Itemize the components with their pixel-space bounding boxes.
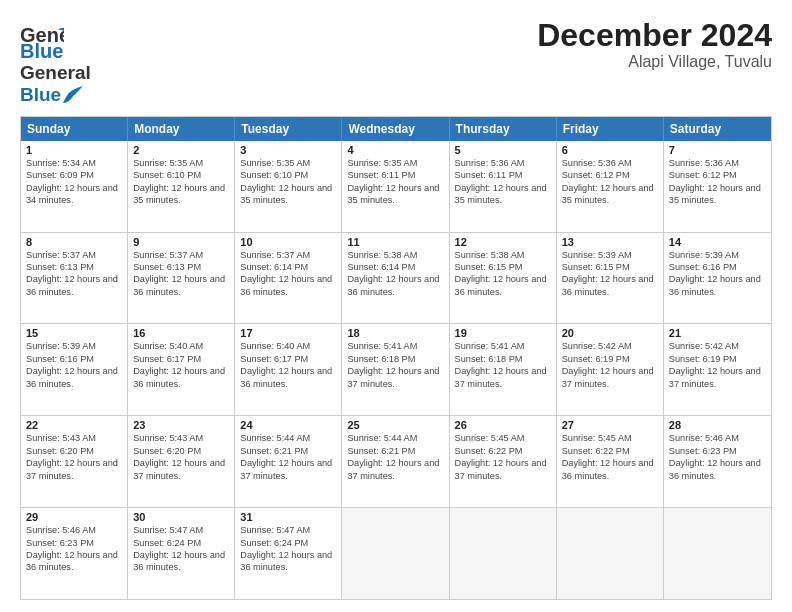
sun-info: Sunrise: 5:44 AM Sunset: 6:21 PM Dayligh… — [240, 432, 336, 482]
cal-cell: 10 Sunrise: 5:37 AM Sunset: 6:14 PM Dayl… — [235, 233, 342, 324]
cal-cell: 13 Sunrise: 5:39 AM Sunset: 6:15 PM Dayl… — [557, 233, 664, 324]
sun-info: Sunrise: 5:46 AM Sunset: 6:23 PM Dayligh… — [669, 432, 766, 482]
cal-cell: 8 Sunrise: 5:37 AM Sunset: 6:13 PM Dayli… — [21, 233, 128, 324]
day-number: 8 — [26, 236, 122, 248]
day-number: 25 — [347, 419, 443, 431]
day-number: 6 — [562, 144, 658, 156]
cal-cell: 6 Sunrise: 5:36 AM Sunset: 6:12 PM Dayli… — [557, 141, 664, 232]
cal-cell: 11 Sunrise: 5:38 AM Sunset: 6:14 PM Dayl… — [342, 233, 449, 324]
week-5: 29 Sunrise: 5:46 AM Sunset: 6:23 PM Dayl… — [21, 508, 771, 599]
cal-cell: 17 Sunrise: 5:40 AM Sunset: 6:17 PM Dayl… — [235, 324, 342, 415]
col-wednesday: Wednesday — [342, 117, 449, 141]
svg-text:Blue: Blue — [20, 40, 63, 62]
day-number: 16 — [133, 327, 229, 339]
page-subtitle: Alapi Village, Tuvalu — [537, 53, 772, 71]
day-number: 24 — [240, 419, 336, 431]
cal-cell — [342, 508, 449, 599]
cal-cell: 28 Sunrise: 5:46 AM Sunset: 6:23 PM Dayl… — [664, 416, 771, 507]
cal-cell: 14 Sunrise: 5:39 AM Sunset: 6:16 PM Dayl… — [664, 233, 771, 324]
day-number: 19 — [455, 327, 551, 339]
cal-cell: 12 Sunrise: 5:38 AM Sunset: 6:15 PM Dayl… — [450, 233, 557, 324]
sun-info: Sunrise: 5:37 AM Sunset: 6:13 PM Dayligh… — [133, 249, 229, 299]
col-sunday: Sunday — [21, 117, 128, 141]
page: General Blue General Blue December 202 — [0, 0, 792, 612]
logo-icon: General Blue — [20, 18, 64, 62]
day-number: 22 — [26, 419, 122, 431]
week-3: 15 Sunrise: 5:39 AM Sunset: 6:16 PM Dayl… — [21, 324, 771, 416]
day-number: 1 — [26, 144, 122, 156]
day-number: 4 — [347, 144, 443, 156]
col-tuesday: Tuesday — [235, 117, 342, 141]
cal-cell — [557, 508, 664, 599]
cal-cell: 3 Sunrise: 5:35 AM Sunset: 6:10 PM Dayli… — [235, 141, 342, 232]
day-number: 7 — [669, 144, 766, 156]
cal-cell: 5 Sunrise: 5:36 AM Sunset: 6:11 PM Dayli… — [450, 141, 557, 232]
sun-info: Sunrise: 5:34 AM Sunset: 6:09 PM Dayligh… — [26, 157, 122, 207]
sun-info: Sunrise: 5:38 AM Sunset: 6:15 PM Dayligh… — [455, 249, 551, 299]
sun-info: Sunrise: 5:35 AM Sunset: 6:10 PM Dayligh… — [240, 157, 336, 207]
sun-info: Sunrise: 5:47 AM Sunset: 6:24 PM Dayligh… — [133, 524, 229, 574]
header: General Blue General Blue December 202 — [20, 18, 772, 106]
day-number: 31 — [240, 511, 336, 523]
cal-cell: 21 Sunrise: 5:42 AM Sunset: 6:19 PM Dayl… — [664, 324, 771, 415]
calendar-header: Sunday Monday Tuesday Wednesday Thursday… — [21, 117, 771, 141]
col-monday: Monday — [128, 117, 235, 141]
cal-cell: 30 Sunrise: 5:47 AM Sunset: 6:24 PM Dayl… — [128, 508, 235, 599]
sun-info: Sunrise: 5:41 AM Sunset: 6:18 PM Dayligh… — [455, 340, 551, 390]
cal-cell: 7 Sunrise: 5:36 AM Sunset: 6:12 PM Dayli… — [664, 141, 771, 232]
week-2: 8 Sunrise: 5:37 AM Sunset: 6:13 PM Dayli… — [21, 233, 771, 325]
day-number: 23 — [133, 419, 229, 431]
cal-cell: 18 Sunrise: 5:41 AM Sunset: 6:18 PM Dayl… — [342, 324, 449, 415]
cal-cell: 19 Sunrise: 5:41 AM Sunset: 6:18 PM Dayl… — [450, 324, 557, 415]
day-number: 27 — [562, 419, 658, 431]
cal-cell: 1 Sunrise: 5:34 AM Sunset: 6:09 PM Dayli… — [21, 141, 128, 232]
sun-info: Sunrise: 5:38 AM Sunset: 6:14 PM Dayligh… — [347, 249, 443, 299]
logo: General Blue General Blue — [20, 18, 91, 106]
day-number: 5 — [455, 144, 551, 156]
sun-info: Sunrise: 5:47 AM Sunset: 6:24 PM Dayligh… — [240, 524, 336, 574]
day-number: 15 — [26, 327, 122, 339]
sun-info: Sunrise: 5:39 AM Sunset: 6:16 PM Dayligh… — [669, 249, 766, 299]
sun-info: Sunrise: 5:44 AM Sunset: 6:21 PM Dayligh… — [347, 432, 443, 482]
cal-cell — [664, 508, 771, 599]
logo-general: General — [20, 62, 91, 84]
sun-info: Sunrise: 5:35 AM Sunset: 6:11 PM Dayligh… — [347, 157, 443, 207]
day-number: 18 — [347, 327, 443, 339]
day-number: 14 — [669, 236, 766, 248]
col-thursday: Thursday — [450, 117, 557, 141]
day-number: 10 — [240, 236, 336, 248]
day-number: 21 — [669, 327, 766, 339]
sun-info: Sunrise: 5:41 AM Sunset: 6:18 PM Dayligh… — [347, 340, 443, 390]
sun-info: Sunrise: 5:43 AM Sunset: 6:20 PM Dayligh… — [133, 432, 229, 482]
sun-info: Sunrise: 5:43 AM Sunset: 6:20 PM Dayligh… — [26, 432, 122, 482]
page-title: December 2024 — [537, 18, 772, 53]
logo-bird-icon — [63, 85, 85, 105]
cal-cell: 16 Sunrise: 5:40 AM Sunset: 6:17 PM Dayl… — [128, 324, 235, 415]
cal-cell: 27 Sunrise: 5:45 AM Sunset: 6:22 PM Dayl… — [557, 416, 664, 507]
week-4: 22 Sunrise: 5:43 AM Sunset: 6:20 PM Dayl… — [21, 416, 771, 508]
logo-blue: Blue — [20, 84, 61, 106]
day-number: 9 — [133, 236, 229, 248]
cal-cell: 23 Sunrise: 5:43 AM Sunset: 6:20 PM Dayl… — [128, 416, 235, 507]
cal-cell: 26 Sunrise: 5:45 AM Sunset: 6:22 PM Dayl… — [450, 416, 557, 507]
sun-info: Sunrise: 5:35 AM Sunset: 6:10 PM Dayligh… — [133, 157, 229, 207]
cal-cell: 24 Sunrise: 5:44 AM Sunset: 6:21 PM Dayl… — [235, 416, 342, 507]
day-number: 13 — [562, 236, 658, 248]
cal-cell: 25 Sunrise: 5:44 AM Sunset: 6:21 PM Dayl… — [342, 416, 449, 507]
cal-cell: 31 Sunrise: 5:47 AM Sunset: 6:24 PM Dayl… — [235, 508, 342, 599]
week-1: 1 Sunrise: 5:34 AM Sunset: 6:09 PM Dayli… — [21, 141, 771, 233]
sun-info: Sunrise: 5:42 AM Sunset: 6:19 PM Dayligh… — [669, 340, 766, 390]
day-number: 29 — [26, 511, 122, 523]
sun-info: Sunrise: 5:42 AM Sunset: 6:19 PM Dayligh… — [562, 340, 658, 390]
day-number: 17 — [240, 327, 336, 339]
day-number: 2 — [133, 144, 229, 156]
day-number: 28 — [669, 419, 766, 431]
col-saturday: Saturday — [664, 117, 771, 141]
cal-cell: 20 Sunrise: 5:42 AM Sunset: 6:19 PM Dayl… — [557, 324, 664, 415]
sun-info: Sunrise: 5:37 AM Sunset: 6:14 PM Dayligh… — [240, 249, 336, 299]
sun-info: Sunrise: 5:46 AM Sunset: 6:23 PM Dayligh… — [26, 524, 122, 574]
sun-info: Sunrise: 5:36 AM Sunset: 6:11 PM Dayligh… — [455, 157, 551, 207]
cal-cell: 29 Sunrise: 5:46 AM Sunset: 6:23 PM Dayl… — [21, 508, 128, 599]
sun-info: Sunrise: 5:36 AM Sunset: 6:12 PM Dayligh… — [562, 157, 658, 207]
day-number: 20 — [562, 327, 658, 339]
